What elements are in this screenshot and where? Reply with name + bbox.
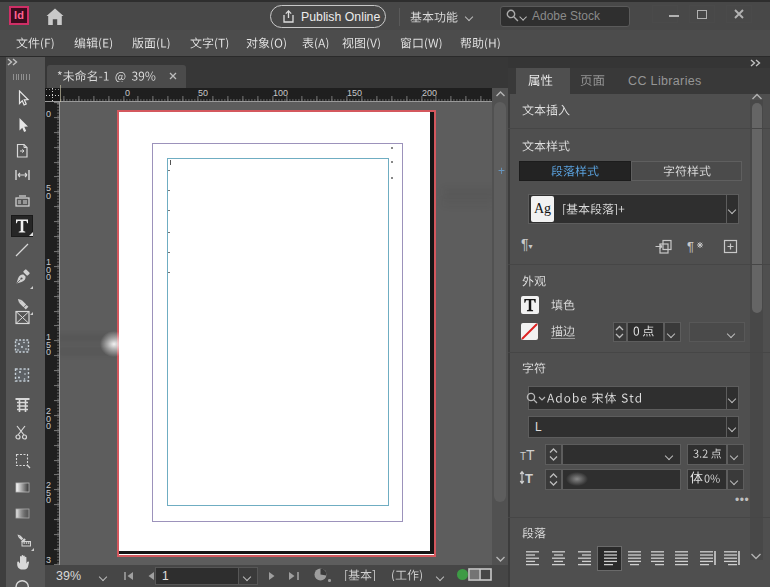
svg-text:¶: ¶ [687,239,694,254]
svg-text:T: T [525,471,533,485]
